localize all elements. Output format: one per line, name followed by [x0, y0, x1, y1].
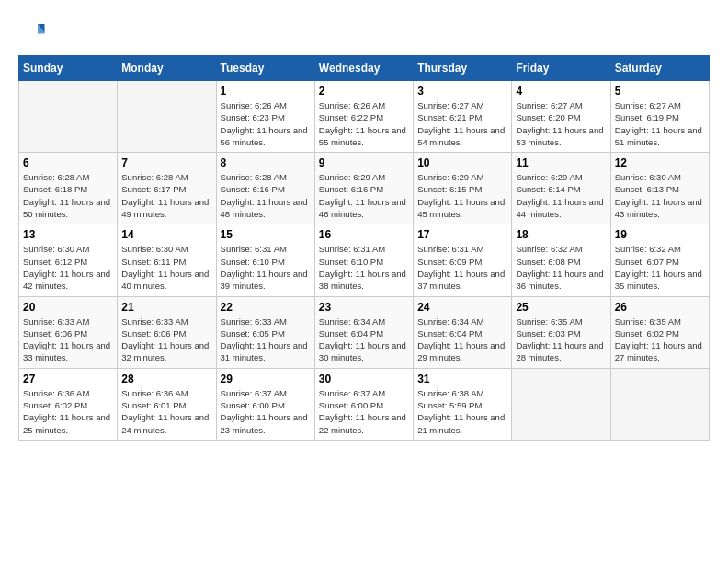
day-number: 1: [221, 85, 311, 98]
day-of-week-header: Sunday: [19, 56, 118, 81]
day-of-week-header: Wednesday: [314, 56, 413, 81]
calendar-header-row: SundayMondayTuesdayWednesdayThursdayFrid…: [19, 56, 710, 81]
calendar-day-cell: 20Sunrise: 6:33 AM Sunset: 6:06 PM Dayli…: [19, 296, 118, 368]
calendar-week-row: 13Sunrise: 6:30 AM Sunset: 6:12 PM Dayli…: [19, 224, 710, 296]
day-info: Sunrise: 6:37 AM Sunset: 6:00 PM Dayligh…: [221, 387, 311, 436]
day-info: Sunrise: 6:29 AM Sunset: 6:14 PM Dayligh…: [516, 171, 606, 220]
calendar-day-cell: 29Sunrise: 6:37 AM Sunset: 6:00 PM Dayli…: [216, 368, 314, 440]
day-number: 27: [23, 373, 113, 385]
day-info: Sunrise: 6:28 AM Sunset: 6:16 PM Dayligh…: [221, 171, 311, 220]
day-info: Sunrise: 6:33 AM Sunset: 6:05 PM Dayligh…: [221, 316, 311, 364]
logo: [18, 18, 50, 46]
day-info: Sunrise: 6:38 AM Sunset: 5:59 PM Dayligh…: [417, 387, 507, 436]
day-info: Sunrise: 6:26 AM Sunset: 6:23 PM Dayligh…: [221, 99, 311, 148]
day-info: Sunrise: 6:27 AM Sunset: 6:21 PM Dayligh…: [417, 99, 507, 148]
day-number: 9: [319, 156, 409, 169]
day-info: Sunrise: 6:35 AM Sunset: 6:03 PM Dayligh…: [516, 316, 606, 364]
calendar-day-cell: 13Sunrise: 6:30 AM Sunset: 6:12 PM Dayli…: [19, 224, 118, 296]
calendar-day-cell: 11Sunrise: 6:29 AM Sunset: 6:14 PM Dayli…: [512, 153, 610, 224]
calendar-day-cell: 2Sunrise: 6:26 AM Sunset: 6:22 PM Daylig…: [314, 81, 413, 153]
day-number: 2: [319, 85, 409, 98]
day-number: 31: [417, 373, 507, 385]
day-info: Sunrise: 6:34 AM Sunset: 6:04 PM Dayligh…: [417, 316, 507, 364]
calendar-day-cell: 24Sunrise: 6:34 AM Sunset: 6:04 PM Dayli…: [414, 296, 512, 368]
day-number: 21: [121, 301, 211, 314]
calendar-day-cell: 25Sunrise: 6:35 AM Sunset: 6:03 PM Dayli…: [512, 296, 610, 368]
day-info: Sunrise: 6:30 AM Sunset: 6:11 PM Dayligh…: [121, 243, 211, 292]
day-info: Sunrise: 6:37 AM Sunset: 6:00 PM Dayligh…: [319, 387, 409, 436]
day-info: Sunrise: 6:30 AM Sunset: 6:13 PM Dayligh…: [615, 171, 705, 220]
calendar-day-cell: 26Sunrise: 6:35 AM Sunset: 6:02 PM Dayli…: [610, 296, 709, 368]
calendar-day-cell: 1Sunrise: 6:26 AM Sunset: 6:23 PM Daylig…: [216, 81, 314, 153]
day-number: 11: [516, 156, 606, 169]
day-of-week-header: Thursday: [414, 56, 512, 81]
day-info: Sunrise: 6:36 AM Sunset: 6:01 PM Dayligh…: [121, 387, 211, 436]
day-number: 30: [319, 373, 409, 385]
day-number: 7: [121, 156, 211, 169]
page-header: [18, 18, 710, 46]
day-number: 15: [221, 228, 311, 241]
day-info: Sunrise: 6:29 AM Sunset: 6:15 PM Dayligh…: [417, 171, 507, 220]
day-info: Sunrise: 6:33 AM Sunset: 6:06 PM Dayligh…: [23, 316, 113, 364]
calendar-day-cell: 27Sunrise: 6:36 AM Sunset: 6:02 PM Dayli…: [19, 368, 118, 440]
day-number: 14: [121, 228, 211, 241]
calendar-day-cell: 31Sunrise: 6:38 AM Sunset: 5:59 PM Dayli…: [414, 368, 512, 440]
calendar-day-cell: [512, 368, 610, 440]
calendar-day-cell: 28Sunrise: 6:36 AM Sunset: 6:01 PM Dayli…: [118, 368, 216, 440]
calendar-day-cell: 5Sunrise: 6:27 AM Sunset: 6:19 PM Daylig…: [610, 81, 709, 153]
calendar-week-row: 20Sunrise: 6:33 AM Sunset: 6:06 PM Dayli…: [19, 296, 710, 368]
day-info: Sunrise: 6:29 AM Sunset: 6:16 PM Dayligh…: [319, 171, 409, 220]
logo-icon: [18, 18, 46, 46]
day-number: 8: [221, 156, 311, 169]
calendar-day-cell: 23Sunrise: 6:34 AM Sunset: 6:04 PM Dayli…: [314, 296, 413, 368]
day-info: Sunrise: 6:31 AM Sunset: 6:10 PM Dayligh…: [221, 243, 311, 292]
day-info: Sunrise: 6:32 AM Sunset: 6:07 PM Dayligh…: [615, 243, 705, 292]
day-number: 3: [417, 85, 507, 98]
calendar-day-cell: [19, 81, 118, 153]
calendar-day-cell: 30Sunrise: 6:37 AM Sunset: 6:00 PM Dayli…: [314, 368, 413, 440]
calendar-day-cell: 22Sunrise: 6:33 AM Sunset: 6:05 PM Dayli…: [216, 296, 314, 368]
calendar-day-cell: 17Sunrise: 6:31 AM Sunset: 6:09 PM Dayli…: [414, 224, 512, 296]
calendar-week-row: 1Sunrise: 6:26 AM Sunset: 6:23 PM Daylig…: [19, 81, 710, 153]
day-number: 29: [221, 373, 311, 385]
day-of-week-header: Saturday: [610, 56, 709, 81]
day-info: Sunrise: 6:27 AM Sunset: 6:20 PM Dayligh…: [516, 99, 606, 148]
calendar-week-row: 6Sunrise: 6:28 AM Sunset: 6:18 PM Daylig…: [19, 153, 710, 224]
day-number: 24: [417, 301, 507, 314]
calendar-table: SundayMondayTuesdayWednesdayThursdayFrid…: [18, 55, 710, 441]
day-number: 10: [417, 156, 507, 169]
day-info: Sunrise: 6:26 AM Sunset: 6:22 PM Dayligh…: [319, 99, 409, 148]
calendar-day-cell: 16Sunrise: 6:31 AM Sunset: 6:10 PM Dayli…: [314, 224, 413, 296]
calendar-day-cell: 9Sunrise: 6:29 AM Sunset: 6:16 PM Daylig…: [314, 153, 413, 224]
day-number: 25: [516, 301, 606, 314]
calendar-day-cell: 6Sunrise: 6:28 AM Sunset: 6:18 PM Daylig…: [19, 153, 118, 224]
day-number: 22: [221, 301, 311, 314]
day-number: 20: [23, 301, 113, 314]
day-info: Sunrise: 6:30 AM Sunset: 6:12 PM Dayligh…: [23, 243, 113, 292]
day-info: Sunrise: 6:31 AM Sunset: 6:10 PM Dayligh…: [319, 243, 409, 292]
day-info: Sunrise: 6:27 AM Sunset: 6:19 PM Dayligh…: [615, 99, 705, 148]
day-number: 16: [319, 228, 409, 241]
calendar-day-cell: 12Sunrise: 6:30 AM Sunset: 6:13 PM Dayli…: [610, 153, 709, 224]
calendar-day-cell: 3Sunrise: 6:27 AM Sunset: 6:21 PM Daylig…: [414, 81, 512, 153]
day-number: 6: [23, 156, 113, 169]
day-info: Sunrise: 6:31 AM Sunset: 6:09 PM Dayligh…: [417, 243, 507, 292]
calendar-day-cell: 14Sunrise: 6:30 AM Sunset: 6:11 PM Dayli…: [118, 224, 216, 296]
calendar-day-cell: 15Sunrise: 6:31 AM Sunset: 6:10 PM Dayli…: [216, 224, 314, 296]
calendar-day-cell: 8Sunrise: 6:28 AM Sunset: 6:16 PM Daylig…: [216, 153, 314, 224]
calendar-day-cell: [610, 368, 709, 440]
calendar-day-cell: 7Sunrise: 6:28 AM Sunset: 6:17 PM Daylig…: [118, 153, 216, 224]
day-info: Sunrise: 6:28 AM Sunset: 6:17 PM Dayligh…: [121, 171, 211, 220]
day-number: 5: [615, 85, 705, 98]
day-number: 23: [319, 301, 409, 314]
calendar-day-cell: 4Sunrise: 6:27 AM Sunset: 6:20 PM Daylig…: [512, 81, 610, 153]
day-number: 19: [615, 228, 705, 241]
day-number: 18: [516, 228, 606, 241]
day-number: 28: [121, 373, 211, 385]
day-number: 17: [417, 228, 507, 241]
calendar-day-cell: 21Sunrise: 6:33 AM Sunset: 6:06 PM Dayli…: [118, 296, 216, 368]
day-of-week-header: Friday: [512, 56, 610, 81]
day-number: 4: [516, 85, 606, 98]
day-number: 13: [23, 228, 113, 241]
calendar-day-cell: [118, 81, 216, 153]
